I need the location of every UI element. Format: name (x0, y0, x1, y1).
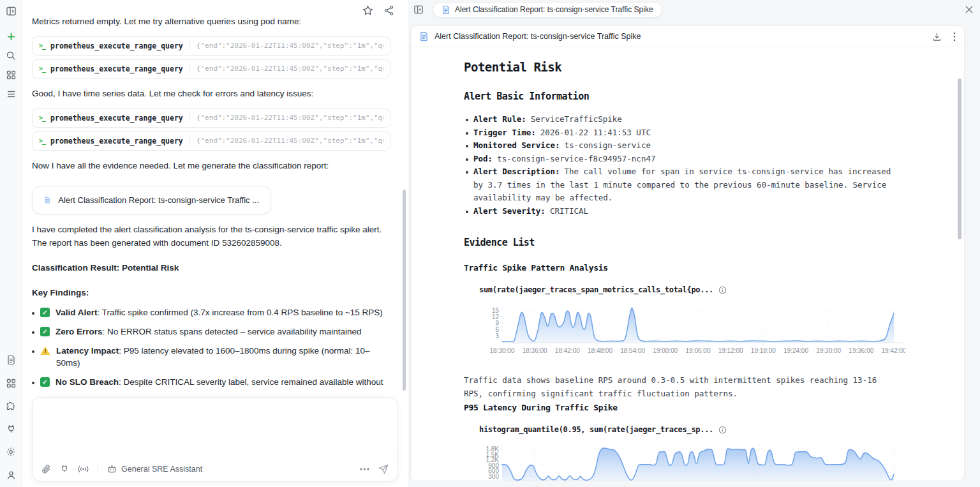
apps-grid-icon[interactable] (5, 69, 17, 80)
info-icon[interactable] (718, 426, 727, 434)
report-card[interactable]: Alert Classification Report: ts-consign-… (32, 186, 271, 214)
artifact-tab[interactable]: Alert Classification Report: ts-consign-… (433, 2, 662, 18)
finding-icon (40, 377, 50, 387)
puzzle-icon[interactable] (5, 400, 17, 412)
artifact-tab-title: Alert Classification Report: ts-consign-… (455, 5, 653, 14)
classification-result: Classification Result: Potential Risk (32, 262, 390, 275)
agent-label: General SRE Assistant (121, 465, 202, 474)
artifact-panel: Alert Classification Report: ts-consign-… (408, 0, 980, 487)
panel-toggle-icon[interactable] (5, 5, 17, 17)
assistant-message: Now I have all the evidence needed. Let … (32, 160, 390, 173)
terminal-prompt-icon (39, 65, 45, 72)
terminal-prompt-icon (39, 114, 45, 121)
more-icon[interactable] (360, 468, 369, 470)
kebab-menu-icon[interactable] (953, 32, 956, 41)
bullet-dot (32, 382, 34, 384)
person-icon[interactable] (5, 469, 17, 481)
svg-text:19:18:00: 19:18:00 (751, 347, 776, 354)
list-item: Zero Errors: No ERROR status spans detec… (32, 326, 390, 338)
findings-list: Valid Alert: Traffic spike confirmed (3.… (32, 307, 390, 392)
tool-call-row[interactable]: prometheus_execute_range_query {"end":"2… (32, 109, 390, 128)
broadcast-icon[interactable] (78, 465, 89, 474)
list-item: Pod:ts-consign-service-f8c94957-ncn47 (464, 153, 893, 166)
svg-text:9: 9 (495, 320, 499, 327)
traffic-area-chart[interactable]: 369121518:30:0018:36:0018:42:0018:48:001… (479, 303, 905, 358)
svg-text:19:30:00: 19:30:00 (816, 347, 841, 354)
section-heading: Alert Basic Information (464, 91, 893, 102)
tool-name: prometheus_execute_range_query (50, 41, 183, 50)
document-icon (442, 5, 450, 15)
tool-args: {"end":"2026-01-22T11:45:00Z","step":"1m… (197, 41, 383, 50)
svg-text:19:12:00: 19:12:00 (718, 347, 743, 354)
svg-text:19:06:00: 19:06:00 (686, 347, 711, 354)
terminal-prompt-icon (39, 137, 45, 144)
apps-grid-icon[interactable] (5, 377, 17, 389)
subsection-heading: P95 Latency During Traffic Spike (464, 403, 893, 412)
svg-text:19:36:00: 19:36:00 (849, 347, 873, 354)
agent-selector[interactable]: General SRE Assistant (107, 464, 202, 474)
svg-text:19:00:00: 19:00:00 (653, 347, 678, 354)
svg-text:18:36:00: 18:36:00 (523, 347, 547, 354)
artifact-card-title: Alert Classification Report: ts-consign-… (434, 32, 932, 41)
star-icon[interactable] (362, 5, 373, 19)
composer-toolbar: General SRE Assistant (33, 456, 397, 481)
finding-text: Valid Alert: Traffic spike confirmed (3.… (56, 307, 383, 319)
svg-text:19:42:00: 19:42:00 (882, 347, 905, 354)
latency-chart-block: histogram_quantile(0.95, sum(rate(jaeger… (479, 425, 893, 481)
tool-call-row[interactable]: prometheus_execute_range_query {"end":"2… (32, 59, 390, 79)
svg-text:18:42:00: 18:42:00 (555, 347, 580, 354)
share-icon[interactable] (383, 5, 394, 19)
svg-text:18:30:00: 18:30:00 (490, 347, 515, 354)
artifact-card: Alert Classification Report: ts-consign-… (410, 26, 965, 481)
artifact-topbar: Alert Classification Report: ts-consign-… (408, 0, 980, 19)
list-item: Monitored Service:ts-consign-service (464, 139, 893, 153)
divider (189, 114, 190, 123)
send-icon[interactable] (378, 464, 389, 474)
download-icon[interactable] (932, 32, 942, 41)
svg-text:6: 6 (495, 326, 499, 333)
tool-name: prometheus_execute_range_query (50, 64, 183, 73)
message-input[interactable] (33, 398, 397, 456)
document-icon[interactable] (5, 354, 17, 366)
divider (98, 465, 98, 474)
tool-call-row[interactable]: prometheus_execute_range_query {"end":"2… (32, 131, 390, 151)
list-icon[interactable] (5, 88, 17, 100)
panel-collapse-icon[interactable] (413, 4, 424, 15)
attachment-icon[interactable] (41, 464, 51, 474)
search-icon[interactable] (5, 50, 17, 61)
plug-icon[interactable] (5, 423, 17, 435)
tool-args: {"end":"2026-01-22T11:45:00Z","step":"1m… (197, 64, 383, 73)
divider (189, 137, 190, 146)
chart-title: histogram_quantile(0.95, sum(rate(jaeger… (479, 425, 893, 434)
document-icon (419, 31, 429, 41)
chat-panel: Metrics returned empty. Let me try alter… (22, 0, 408, 487)
plug-icon[interactable] (60, 464, 69, 474)
list-item: No SLO Breach: Despite CRITICAL severity… (32, 377, 390, 392)
info-icon[interactable] (718, 286, 727, 294)
composer: General SRE Assistant (32, 397, 398, 482)
divider (189, 41, 190, 50)
svg-text:18:54:00: 18:54:00 (620, 347, 645, 354)
svg-text:18:48:00: 18:48:00 (588, 347, 612, 354)
svg-text:12: 12 (492, 313, 500, 320)
tool-args: {"end":"2026-01-22T11:45:00Z","step":"1m… (197, 114, 383, 122)
list-item: Latency Impact: P95 latency elevated to … (32, 345, 390, 370)
subsection-heading: Traffic Spike Pattern Analysis (464, 263, 893, 273)
chat-scrollbar[interactable] (403, 190, 406, 391)
new-chat-icon[interactable] (5, 31, 17, 42)
artifact-card-header: Alert Classification Report: ts-consign-… (411, 26, 964, 47)
assistant-message: Metrics returned empty. Let me try alter… (32, 15, 390, 29)
tool-call-row[interactable]: prometheus_execute_range_query {"end":"2… (32, 36, 390, 56)
gear-icon[interactable] (5, 446, 17, 458)
chart-title: sum(rate(jaeger_traces_span_metrics_call… (479, 285, 893, 294)
terminal-prompt-icon (39, 42, 45, 49)
close-icon[interactable] (965, 5, 974, 14)
artifact-scrollbar[interactable] (958, 79, 961, 239)
chart-analysis: Traffic data shows baseline RPS around 0… (464, 373, 893, 400)
svg-text:3: 3 (495, 333, 499, 340)
alert-info-list: Alert Rule:ServiceTrafficSpike Trigger T… (464, 113, 893, 218)
finding-icon (40, 308, 50, 317)
bullet-dot (32, 312, 34, 315)
latency-area-chart[interactable]: 3006009001.2K1.5K1.8K18:30:0018:36:0018:… (479, 443, 905, 481)
robot-icon (107, 464, 117, 474)
